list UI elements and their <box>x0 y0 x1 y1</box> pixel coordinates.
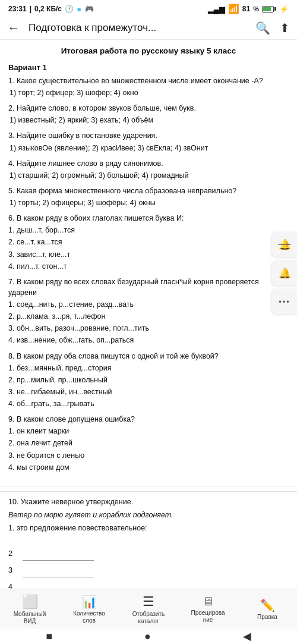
q5-options: 1) торты; 2) офицеры; 3) шофёры; 4) окны <box>10 197 289 208</box>
q3-text: 3. Найдите ошибку в постановке ударения. <box>8 130 289 141</box>
q8-item-4: 4. об...грать, за...грывать <box>8 398 289 409</box>
q8-item-1: 1. без...мянный, пред...стория <box>8 363 289 373</box>
q1-options: 1) торт; 2) офицер; 3) шофёр; 4) окно <box>10 87 289 98</box>
catalog-label: Отобразитькаталог <box>132 611 165 625</box>
status-right: ▂▄▆ 📶 81 % ⚡ <box>208 4 289 14</box>
question-6: 6. В каком ряду в обоих глаголах пишется… <box>8 213 289 272</box>
q7-item-1: 1. соед...нить, р...стение, разд...вать <box>8 299 289 310</box>
bell-button[interactable]: 🔔 <box>272 260 297 285</box>
q8-item-2: 2. пр...милый, пр...школьный <box>8 375 289 385</box>
separator: | <box>30 5 31 13</box>
recents-button[interactable]: ■ <box>46 630 52 643</box>
edit-label: Правка <box>257 614 277 621</box>
q5-text: 5. Какая форма множественного числа обра… <box>8 186 289 196</box>
question-8: 8. В каком ряду оба слова пишутся с одно… <box>8 351 289 410</box>
mobile-view-label: МобильныйВИД <box>14 611 46 625</box>
mobile-view-icon: ⬜ <box>22 594 38 610</box>
speed: 0,2 КБ/с <box>34 5 62 13</box>
question-3: 3. Найдите ошибку в постановке ударения.… <box>8 130 289 153</box>
q9-item-2: 2. она лечит детей <box>8 438 289 448</box>
q7-text: 7. В каком ряду во всех словах безударны… <box>8 277 289 298</box>
q4-options: 1) старший; 2) огромный; 3) большой; 4) … <box>10 170 289 181</box>
more-icon: ••• <box>279 297 290 306</box>
toolbar-project[interactable]: 🖥 Проецирование <box>190 595 226 624</box>
document-content: Итоговая работа по русскому языку 5 клас… <box>0 40 297 481</box>
q10-number: 10. Укажите неверное утверждение. <box>8 497 289 507</box>
back-button[interactable]: ← <box>7 20 20 36</box>
answer-num-3: 3 <box>8 566 17 574</box>
toolbar-catalog[interactable]: ☰ Отобразитькаталог <box>131 594 166 625</box>
clock-icon: 🕐 <box>65 5 74 13</box>
q8-text: 8. В каком ряду оба слова пишутся с одно… <box>8 351 289 362</box>
q7-item-2: 2. р...клама, з...ря, т...лефон <box>8 311 289 322</box>
nav-icons: 🔍 ⬆ <box>255 21 290 35</box>
answer-box-3[interactable] <box>23 563 94 577</box>
q7-item-4: 4. изв...нение, обж...гать, оп...раться <box>8 335 289 345</box>
dot-icon: ● <box>77 4 81 14</box>
back-sys-button[interactable]: ◀ <box>243 630 251 643</box>
q6-text: 6. В каком ряду в обоих глаголах пишется… <box>8 213 289 224</box>
question-2: 2. Найдите слово, в котором звуков больш… <box>8 103 289 125</box>
q7-item-3: 3. обн...вить, разоч...рование, погл...т… <box>8 323 289 334</box>
page-title: Подготовка к промежуточ... <box>29 22 249 34</box>
mute-button[interactable]: 🔔 <box>272 232 297 257</box>
catalog-icon: ☰ <box>143 594 154 610</box>
q9-item-3: 3. не борится с ленью <box>8 450 289 461</box>
home-button[interactable]: ● <box>144 630 151 643</box>
more-button[interactable]: ••• <box>272 289 297 314</box>
q6-item-1: 1. дыш...т, бор...тся <box>8 225 289 235</box>
q9-item-1: 1. он клеит марки <box>8 426 289 436</box>
q4-text: 4. Найдите лишнее слово в ряду синонимов… <box>8 158 289 169</box>
answer-box-2[interactable] <box>23 546 94 561</box>
share-button[interactable]: ⬆ <box>280 21 290 35</box>
bottom-toolbar: ⬜ МобильныйВИД 📊 Количествослов ☰ Отобра… <box>0 589 297 629</box>
question-5: 5. Какая форма множественного числа обра… <box>8 186 289 208</box>
q2-options: 1) известный; 2) яркий; 3) ехать; 4) объ… <box>10 115 289 125</box>
mute-icon: 🔔 <box>279 238 291 251</box>
question-4: 4. Найдите лишнее слово в ряду синонимов… <box>8 158 289 181</box>
q1-text: 1. Какое существительное во множественно… <box>8 76 289 86</box>
search-button[interactable]: 🔍 <box>255 21 270 35</box>
q6-item-3: 3. завис...т, кле...т <box>8 249 289 260</box>
side-buttons: 🔔 🔔 ••• <box>272 232 297 314</box>
question-1: 1. Какое существительное во множественно… <box>8 76 289 98</box>
variant-label: Вариант 1 <box>8 63 289 72</box>
q9-text: 9. В каком слове допущена ошибка? <box>8 414 289 425</box>
answer-row-3: 3 <box>8 563 289 577</box>
q2-text: 2. Найдите слово, в котором звуков больш… <box>8 103 289 114</box>
status-bar: 23:31 | 0,2 КБ/с 🕐 ● 🎮 ▂▄▆ 📶 81 % ⚡ <box>0 0 297 17</box>
signal-icon: ▂▄▆ <box>208 5 225 14</box>
project-label: Проецирование <box>191 610 225 624</box>
project-icon: 🖥 <box>203 595 214 608</box>
answer-row-2: 2 <box>8 546 289 561</box>
answer-num-2: 2 <box>8 549 17 558</box>
battery-icon <box>262 6 276 12</box>
word-count-label: Количествослов <box>73 610 105 624</box>
section-divider <box>0 486 297 486</box>
charging-icon: ⚡ <box>279 5 289 14</box>
q3-options: 1) языковОе (явление); 2) красИвее; 3) с… <box>10 143 289 153</box>
q6-item-4: 4. пил...т, стон...т <box>8 261 289 272</box>
q9-item-4: 4. мы строим дом <box>8 462 289 473</box>
top-nav: ← Подготовка к промежуточ... 🔍 ⬆ <box>0 17 297 40</box>
toolbar-mobile-view[interactable]: ⬜ МобильныйВИД <box>12 594 48 625</box>
q8-item-3: 3. не...гибаемый, ин...вестный <box>8 387 289 397</box>
battery-percent: 81 <box>242 5 250 13</box>
question-7: 7. В каком ряду во всех словах безударны… <box>8 277 289 346</box>
time: 23:31 <box>8 5 27 13</box>
q10-quote: Ветер по морю гуляет и кораблик подгоняе… <box>8 510 289 520</box>
question-10-section: 10. Укажите неверное утверждение. Ветер … <box>0 491 297 541</box>
bell-icon: 🔔 <box>279 267 291 279</box>
status-left: 23:31 | 0,2 КБ/с 🕐 ● 🎮 <box>8 4 94 14</box>
toolbar-edit[interactable]: ✏️ Правка <box>249 598 285 621</box>
q6-item-2: 2. се...т, ка...тся <box>8 237 289 247</box>
gamepad-icon: 🎮 <box>85 5 94 13</box>
wifi-icon: 📶 <box>228 4 239 14</box>
question-9: 9. В каком слове допущена ошибка? 1. он … <box>8 414 289 473</box>
document-title: Итоговая работа по русскому языку 5 клас… <box>8 46 289 57</box>
edit-icon: ✏️ <box>260 598 275 612</box>
q10-subquestion: 1. это предложение повествовательное: <box>8 523 289 533</box>
word-count-icon: 📊 <box>82 595 97 609</box>
toolbar-word-count[interactable]: 📊 Количествослов <box>71 595 107 624</box>
system-nav: ■ ● ◀ <box>0 629 297 644</box>
